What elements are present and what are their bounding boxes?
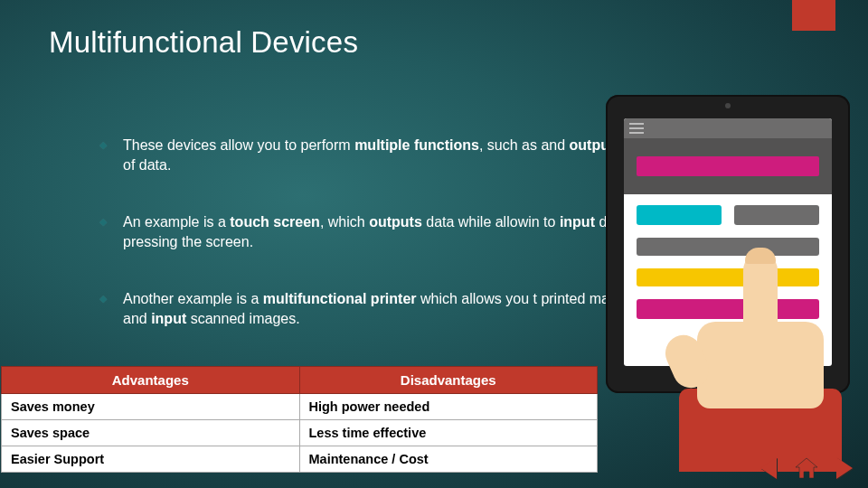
home-icon xyxy=(793,456,820,480)
bullet-bold: touch screen xyxy=(230,214,320,230)
bullet-bold: outputs xyxy=(369,214,422,230)
table-header-advantages: Advantages xyxy=(2,367,300,394)
bullet-text: of data. xyxy=(123,157,171,173)
screen-bar xyxy=(637,238,819,256)
slide: Multifunctional Devices These devices al… xyxy=(0,0,868,488)
bullet-text: , which xyxy=(320,214,369,230)
tablet-camera-icon xyxy=(725,103,731,108)
bullet-text: , such as xyxy=(479,137,541,153)
arrow-left-icon xyxy=(760,457,777,479)
table-cell: Easier Support xyxy=(2,446,300,473)
table-header-disadvantages: Disadvantages xyxy=(299,367,598,394)
home-button[interactable] xyxy=(792,455,821,481)
table-cell: Saves money xyxy=(2,394,300,420)
table-cell: Less time effective xyxy=(299,420,598,446)
bullet-text: An example is a xyxy=(123,214,230,230)
bullet-list: These devices allow you to perform multi… xyxy=(99,136,651,367)
prev-slide-button[interactable] xyxy=(754,455,783,481)
nav-icons xyxy=(754,455,859,481)
bullet-text: scanned images. xyxy=(186,311,299,326)
hand-illustration xyxy=(656,277,864,472)
table-cell: High power needed xyxy=(299,394,598,420)
screen-menu-icon xyxy=(624,118,832,138)
screen-row xyxy=(624,194,832,225)
table-row: Saves space Less time effective xyxy=(2,420,598,446)
bullet-bold: input xyxy=(560,214,595,230)
table-cell: Maintenance / Cost xyxy=(299,446,598,473)
bullet-text: data while allowin to xyxy=(422,214,560,230)
next-slide-button[interactable] xyxy=(830,455,859,481)
bullet-text: These devices allow you to perform xyxy=(123,137,354,153)
table-row: Saves money High power needed xyxy=(2,394,598,420)
accent-bar xyxy=(792,0,835,31)
bullet-item: Another example is a multifunctional pri… xyxy=(99,289,651,328)
slide-title: Multifunctional Devices xyxy=(49,25,358,60)
bullet-text: and xyxy=(541,137,569,153)
tablet-illustration xyxy=(599,95,859,398)
advantages-table: Advantages Disadvantages Saves money Hig… xyxy=(1,366,598,473)
bullet-bold: multifunctional printer xyxy=(263,291,417,306)
table-row: Advantages Disadvantages xyxy=(2,367,598,394)
bullet-text: Another example is a xyxy=(123,291,263,306)
table-row: Easier Support Maintenance / Cost xyxy=(2,446,598,473)
bullet-item: An example is a touch screen, which outp… xyxy=(99,212,651,251)
bullet-text: which allows you t xyxy=(417,291,542,306)
arrow-right-icon xyxy=(836,457,853,479)
bullet-bold: multiple functions xyxy=(354,137,479,153)
bullet-item: These devices allow you to perform multi… xyxy=(99,136,651,174)
screen-hero xyxy=(624,138,832,194)
table-cell: Saves space xyxy=(2,420,300,446)
bullet-bold: input xyxy=(151,311,186,326)
svg-marker-0 xyxy=(796,458,817,478)
